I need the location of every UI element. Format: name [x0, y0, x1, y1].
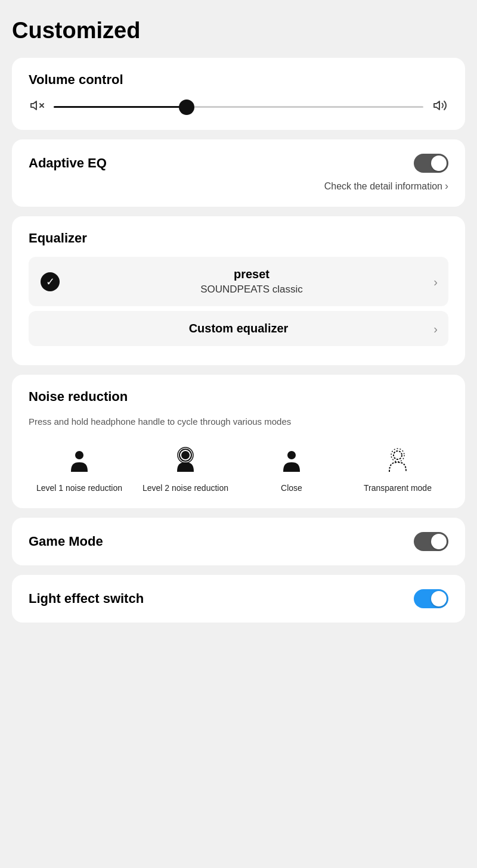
transparent-mode-icon: [382, 446, 413, 477]
custom-eq-option[interactable]: Custom equalizer ›: [29, 311, 448, 346]
light-effect-toggle-row: Light effect switch: [29, 589, 448, 608]
equalizer-title: Equalizer: [29, 231, 448, 246]
noise-mode-transparent[interactable]: Transparent mode: [347, 446, 448, 494]
game-mode-title: Game Mode: [29, 534, 103, 549]
custom-eq-chevron-icon: ›: [433, 322, 438, 335]
light-effect-toggle-knob: [431, 591, 447, 606]
adaptive-eq-title: Adaptive EQ: [29, 155, 107, 171]
preset-content: preset SOUNDPEATS classic: [67, 267, 436, 295]
svg-point-4: [75, 451, 83, 459]
noise-mode-level2[interactable]: Level 2 noise reduction: [135, 446, 236, 494]
transparent-label: Transparent mode: [364, 483, 432, 494]
game-mode-toggle[interactable]: [414, 532, 448, 551]
volume-row: [29, 98, 448, 116]
svg-point-8: [287, 451, 296, 459]
noise-modes-row: Level 1 noise reduction Level 2 noise re…: [29, 446, 448, 494]
svg-point-9: [394, 451, 402, 459]
equalizer-card: Equalizer ✓ preset SOUNDPEATS classic › …: [12, 216, 465, 365]
preset-option[interactable]: ✓ preset SOUNDPEATS classic ›: [29, 257, 448, 306]
noise-reduction-title: Noise reduction: [29, 389, 448, 405]
light-effect-card: Light effect switch: [12, 575, 465, 623]
detail-link[interactable]: Check the detail information ›: [29, 180, 448, 192]
noise-mode-close[interactable]: Close: [241, 446, 342, 494]
level1-label: Level 1 noise reduction: [36, 483, 122, 494]
close-label: Close: [281, 483, 302, 494]
mute-icon: [29, 98, 45, 116]
volume-high-icon: [432, 98, 448, 116]
close-mode-icon: [276, 446, 307, 477]
adaptive-eq-card: Adaptive EQ Check the detail information…: [12, 139, 465, 207]
noise-mode-level1[interactable]: Level 1 noise reduction: [29, 446, 130, 494]
detail-link-text: Check the detail information: [324, 181, 442, 192]
adaptive-eq-toggle[interactable]: [414, 154, 448, 173]
svg-marker-0: [31, 101, 36, 110]
level1-icon: [64, 446, 95, 477]
svg-marker-3: [434, 101, 439, 110]
game-mode-card: Game Mode: [12, 518, 465, 565]
level2-label: Level 2 noise reduction: [143, 483, 228, 494]
preset-check-icon: ✓: [41, 272, 60, 291]
preset-sub: SOUNDPEATS classic: [67, 284, 436, 295]
game-mode-toggle-knob: [431, 534, 447, 549]
volume-slider[interactable]: [54, 106, 423, 108]
light-effect-toggle[interactable]: [414, 589, 448, 608]
game-mode-toggle-row: Game Mode: [29, 532, 448, 551]
volume-card-title: Volume control: [29, 72, 448, 88]
chevron-right-icon: ›: [445, 180, 448, 192]
light-effect-title: Light effect switch: [29, 591, 144, 606]
toggle-knob: [431, 155, 447, 171]
svg-point-5: [181, 451, 190, 459]
custom-eq-content: Custom equalizer: [41, 322, 436, 335]
level2-icon: [170, 446, 201, 477]
page-title: Customized: [12, 18, 465, 43]
preset-label: preset: [67, 267, 436, 281]
noise-reduction-desc: Press and hold headphone handle to cycle…: [29, 415, 448, 429]
custom-eq-label: Custom equalizer: [41, 322, 436, 335]
adaptive-eq-toggle-row: Adaptive EQ: [29, 154, 448, 173]
volume-card: Volume control: [12, 58, 465, 130]
noise-reduction-card: Noise reduction Press and hold headphone…: [12, 375, 465, 508]
preset-chevron-icon: ›: [433, 275, 438, 288]
